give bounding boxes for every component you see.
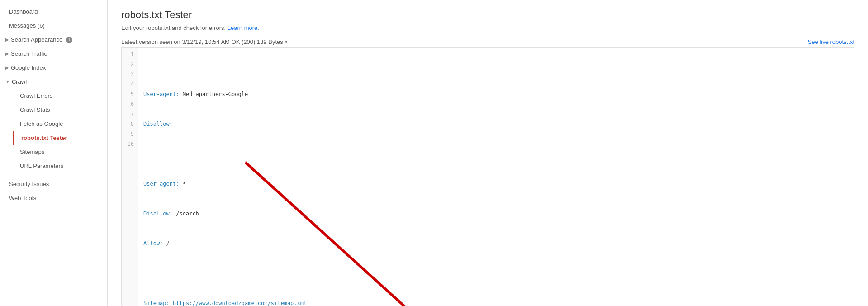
chevron-right-icon: ▶ [5,37,9,42]
code-line-8: Sitemap: https://www.downloadzgame.com/s… [143,298,849,306]
sidebar-item-label: Messages (6) [9,22,45,29]
code-line-2: Disallow: [143,119,849,129]
code-line-5: Disallow: /search [143,209,849,219]
sidebar-item-search-appearance[interactable]: ▶ Search Appearance i [0,33,107,47]
subtitle-text: Edit your robots.txt and check for error… [121,24,226,31]
chevron-right-icon: ▶ [5,65,9,70]
sidebar-item-label: Crawl Errors [20,92,52,99]
main-content: robots.txt Tester Edit your robots.txt a… [108,0,868,306]
sidebar-section-label: Search Traffic [11,50,47,57]
sidebar-item-security-issues[interactable]: Security Issues [0,177,107,191]
sidebar-item-label: Sitemaps [20,148,44,155]
code-editor[interactable]: 12345 678910 User-agent: Mediapartners-G… [122,48,854,306]
sidebar-item-label: Security Issues [9,181,49,187]
sidebar-item-label: Fetch as Google [20,120,63,127]
page-title: robots.txt Tester [121,9,854,21]
sidebar-section-label: Google Index [11,64,46,71]
code-content[interactable]: User-agent: Mediapartners-Google Disallo… [138,48,854,306]
sidebar-item-fetch-as-google[interactable]: Fetch as Google [13,117,107,131]
code-area: 12345 678910 User-agent: Mediapartners-G… [121,47,854,306]
code-line-3 [143,149,849,159]
sidebar-item-crawl[interactable]: ▼ Crawl [0,75,107,89]
sidebar: Dashboard Messages (6) ▶ Search Appearan… [0,0,108,306]
sidebar-item-url-parameters[interactable]: URL Parameters [13,159,107,173]
line-numbers: 12345 678910 [122,48,138,306]
sidebar-item-crawl-errors[interactable]: Crawl Errors [13,89,107,103]
chevron-right-icon: ▶ [5,51,9,56]
learn-more-link[interactable]: Learn more. [228,24,259,31]
sidebar-section-label: Crawl [12,78,27,85]
version-bar: Latest version seen on 3/12/19, 10:54 AM… [121,38,854,45]
sidebar-item-sitemaps[interactable]: Sitemaps [13,145,107,159]
sidebar-sub-crawl: Crawl Errors Crawl Stats Fetch as Google… [0,89,107,173]
see-live-link[interactable]: See live robots.txt [808,38,854,45]
sidebar-item-google-index[interactable]: ▶ Google Index [0,61,107,75]
chevron-down-icon: ▼ [5,79,10,84]
sidebar-item-label: Crawl Stats [20,106,50,113]
sidebar-item-label: Web Tools [9,195,36,201]
sidebar-item-search-traffic[interactable]: ▶ Search Traffic [0,47,107,61]
page-subtitle: Edit your robots.txt and check for error… [121,24,854,31]
code-line-7 [143,268,849,278]
sidebar-section-label: Search Appearance [11,36,62,43]
sidebar-item-label: Dashboard [9,8,38,15]
sidebar-item-robots-tester[interactable]: robots.txt Tester [13,131,107,145]
sidebar-item-crawl-stats[interactable]: Crawl Stats [13,103,107,117]
sidebar-divider [0,175,107,175]
version-text: Latest version seen on 3/12/19, 10:54 AM… [121,38,283,45]
sidebar-item-web-tools[interactable]: Web Tools [0,191,107,205]
sidebar-item-label: robots.txt Tester [21,134,67,141]
code-line-6: Allow: / [143,239,849,249]
sidebar-item-dashboard[interactable]: Dashboard [0,5,107,19]
code-line-1: User-agent: Mediapartners-Google [143,89,849,99]
code-line-4: User-agent: * [143,179,849,189]
sidebar-item-label: URL Parameters [20,163,63,169]
info-icon: i [66,37,72,43]
version-info: Latest version seen on 3/12/19, 10:54 AM… [121,38,288,45]
sidebar-item-messages[interactable]: Messages (6) [0,19,107,33]
version-dropdown-arrow[interactable]: ▾ [285,39,288,45]
annotation-arrow [138,48,854,306]
